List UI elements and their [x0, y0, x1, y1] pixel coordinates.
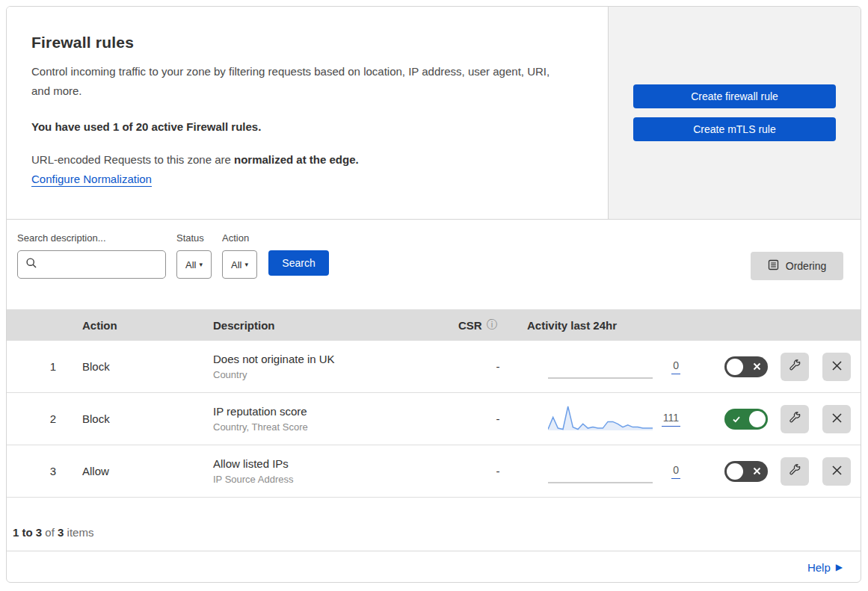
page-description: Control incoming traffic to your zone by… [31, 62, 570, 101]
rule-action: Block [74, 360, 205, 373]
normalization-bold: normalized at the edge. [234, 153, 359, 166]
rule-number: 2 [7, 412, 74, 425]
edit-rule-button[interactable] [781, 405, 809, 433]
chevron-down-icon: ▾ [199, 261, 203, 268]
action-filter-label: Action [222, 232, 257, 244]
delete-rule-button[interactable] [822, 353, 851, 381]
search-icon [25, 257, 37, 272]
rule-number: 1 [7, 360, 74, 373]
rule-enabled-toggle[interactable] [724, 461, 768, 482]
toggle-knob [727, 359, 743, 375]
rule-description: Does not originate in UK Country [205, 353, 448, 380]
rule-activity: 0 [527, 341, 692, 392]
ordering-icon [768, 259, 779, 273]
edit-rule-button[interactable] [781, 457, 809, 486]
rule-action: Allow [74, 465, 205, 477]
delete-rule-button[interactable] [822, 457, 851, 486]
rule-description: Allow listed IPs IP Source Address [205, 457, 448, 485]
header-text-panel: Firewall rules Control incoming traffic … [7, 7, 608, 219]
rule-title: IP reputation score [213, 405, 448, 418]
activity-count-link[interactable]: 0 [671, 464, 680, 479]
rule-action: Block [74, 412, 205, 425]
actions-panel: Create firewall rule Create mTLS rule [608, 7, 861, 219]
normalization-prefix: URL-encoded Requests to this zone are [31, 153, 234, 166]
rule-title: Allow listed IPs [213, 457, 448, 470]
rule-csr: - [448, 412, 527, 425]
of-text: of [45, 526, 55, 539]
x-icon [747, 461, 766, 482]
status-select-value: All [185, 259, 196, 270]
rule-description: IP reputation score Country, Threat Scor… [205, 405, 448, 433]
table-footer: 1 to 3 of 3 items [7, 498, 861, 551]
activity-sparkline [548, 456, 653, 487]
rule-number: 3 [7, 465, 74, 477]
help-link[interactable]: Help ▶ [807, 561, 843, 574]
x-icon [747, 356, 766, 377]
firewall-rules-card: Firewall rules Control incoming traffic … [6, 6, 861, 583]
chevron-down-icon: ▾ [244, 261, 248, 268]
check-icon [727, 409, 746, 430]
activity-count-link[interactable]: 0 [671, 359, 680, 374]
rule-fields: Country [213, 369, 448, 380]
search-input[interactable] [43, 259, 158, 270]
activity-sparkline [548, 351, 653, 383]
help-label: Help [807, 561, 831, 574]
wrench-icon [788, 463, 801, 479]
rule-enabled-toggle[interactable] [724, 356, 768, 377]
csr-column-header: CSR ⓘ [448, 318, 527, 332]
create-firewall-rule-button[interactable]: Create firewall rule [633, 84, 836, 108]
rule-activity: 111 [527, 393, 692, 445]
rule-enabled-toggle[interactable] [724, 409, 768, 430]
status-label: Status [176, 232, 212, 244]
toggle-knob [727, 463, 743, 480]
table-row: 2 Block IP reputation score Country, Thr… [7, 393, 861, 445]
rule-title: Does not originate in UK [213, 353, 448, 365]
status-group: Status All ▾ [176, 232, 212, 279]
delete-rule-button[interactable] [822, 405, 851, 433]
create-mtls-rule-button[interactable]: Create mTLS rule [633, 117, 836, 141]
wrench-icon [788, 411, 801, 427]
arrow-right-icon: ▶ [836, 562, 843, 572]
rule-activity: 0 [527, 445, 692, 497]
activity-column-header: Activity last 24hr [527, 319, 692, 332]
table-row: 3 Allow Allow listed IPs IP Source Addre… [7, 445, 861, 498]
status-select[interactable]: All ▾ [176, 250, 212, 279]
csr-label: CSR [458, 319, 482, 332]
ordering-button[interactable]: Ordering [751, 252, 843, 280]
search-group: Search description... [17, 232, 166, 279]
close-icon [831, 360, 843, 374]
close-icon [831, 412, 843, 426]
items-range: 1 to 3 of 3 items [13, 526, 93, 539]
table-row: 1 Block Does not originate in UK Country… [7, 341, 861, 393]
items-text: items [67, 526, 94, 539]
page-title: Firewall rules [31, 34, 578, 52]
rule-csr: - [448, 360, 527, 373]
close-icon [831, 465, 843, 478]
edit-rule-button[interactable] [781, 353, 809, 381]
table-header: Action Description CSR ⓘ Activity last 2… [7, 309, 861, 341]
header-section: Firewall rules Control incoming traffic … [7, 7, 861, 220]
search-button[interactable]: Search [268, 250, 329, 276]
rule-fields: IP Source Address [213, 474, 448, 485]
filter-bar: Search description... Status All ▾ Actio… [7, 220, 861, 309]
normalization-note: URL-encoded Requests to this zone are no… [31, 153, 578, 166]
action-filter-group: Action All ▾ [222, 232, 257, 279]
search-label: Search description... [17, 232, 166, 244]
rule-fields: Country, Threat Score [213, 421, 448, 433]
wrench-icon [788, 359, 801, 374]
action-column-header: Action [74, 319, 205, 332]
configure-normalization-link[interactable]: Configure Normalization [31, 173, 152, 187]
usage-summary: You have used 1 of 20 active Firewall ru… [31, 120, 578, 133]
action-select[interactable]: All ▾ [222, 250, 257, 279]
info-icon[interactable]: ⓘ [487, 318, 497, 332]
activity-count-link[interactable]: 111 [662, 412, 680, 427]
description-column-header: Description [205, 319, 448, 332]
action-select-value: All [231, 259, 241, 270]
search-box[interactable] [17, 250, 166, 279]
range-text: 1 to 3 [13, 526, 42, 539]
help-bar: Help ▶ [7, 551, 861, 583]
activity-sparkline [548, 403, 653, 435]
ordering-label: Ordering [786, 260, 826, 272]
toggle-knob [749, 411, 766, 427]
rule-csr: - [448, 465, 527, 477]
